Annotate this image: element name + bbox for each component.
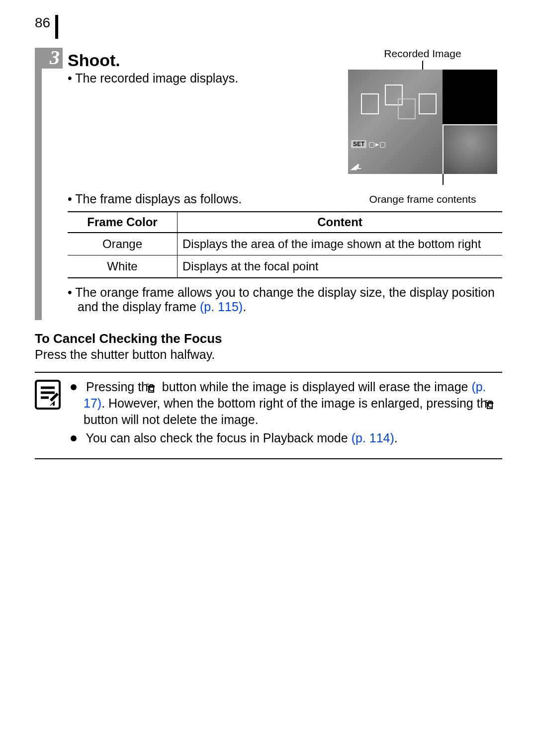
page-ref-link[interactable]: (p. 115) [200, 300, 243, 314]
frame-switch-icon: ▢▸▢ [368, 140, 386, 148]
focus-frame [361, 93, 379, 114]
lcd-zoom-inset [443, 124, 497, 174]
focus-frame [419, 93, 437, 114]
note-icon [35, 380, 61, 412]
cancel-text: Press the shutter button halfway. [35, 347, 502, 362]
img-callout-top: Recorded Image [343, 48, 502, 60]
step-bullet-2: The frame displays as follows. [68, 192, 328, 206]
set-badge: SET [351, 140, 366, 148]
lcd-set-indicator: SET ▢▸▢ [351, 140, 386, 148]
cancel-heading: To Cancel Checking the Focus [35, 331, 502, 346]
note-separator [35, 458, 502, 459]
note-block: Pressing the button while the image is d… [35, 380, 502, 449]
page-number: 86 [35, 15, 55, 31]
page-header: 86 [35, 15, 502, 39]
step-block: 3 Shoot. The recorded image displays. Re… [35, 48, 502, 320]
recorded-image-preview: SET ▢▸▢ ◢L [348, 70, 497, 174]
table-head-color: Frame Color [68, 212, 178, 233]
table-row: White Displays at the focal point [68, 255, 502, 278]
page-ref-link[interactable]: (p. 114) [352, 431, 394, 445]
table-head-content: Content [178, 212, 503, 233]
frame-color-table: Frame Color Content Orange Displays the … [68, 211, 502, 278]
callout-line [443, 174, 444, 185]
table-row: Orange Displays the area of the image sh… [68, 233, 502, 255]
cell-content: Displays the area of the image shown at … [178, 233, 503, 255]
cell-content: Displays at the focal point [178, 255, 503, 278]
lcd-main-area [348, 70, 443, 174]
note-separator [35, 372, 502, 373]
note-item-1: Pressing the button while the image is d… [71, 380, 502, 427]
step-bullet-3: The orange frame allows you to change th… [68, 285, 502, 314]
step-title: Shoot. [68, 50, 329, 70]
cell-color: Orange [68, 233, 178, 255]
focus-frame-orange [398, 98, 416, 119]
note-item-2: You can also check the focus in Playback… [71, 431, 502, 445]
cell-color: White [68, 255, 178, 278]
step-number: 3 [35, 48, 63, 69]
callout-line [422, 61, 423, 70]
img-callout-bottom: Orange frame contents [343, 193, 502, 205]
quality-indicator: ◢L [351, 162, 361, 171]
step-bullet-1: The recorded image displays. [68, 71, 329, 85]
page-number-rule [55, 15, 58, 39]
svg-marker-8 [49, 404, 53, 408]
